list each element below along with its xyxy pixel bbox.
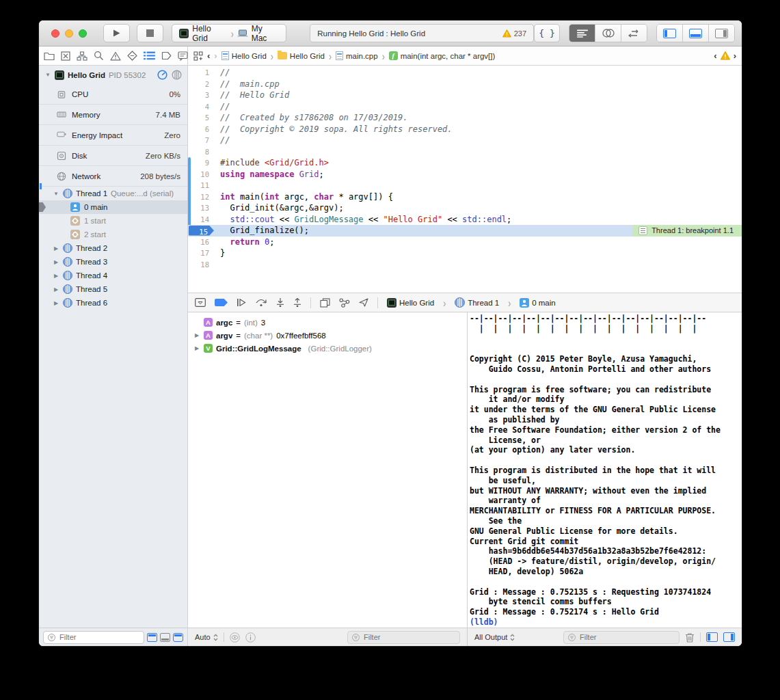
breadcrumb-symbol[interactable]: f main(int argc, char * argv[]): [389, 51, 496, 60]
toggle-variables-view-button[interactable]: [706, 632, 718, 642]
code-line[interactable]: 13 Grid_init(&argc,&argv);: [188, 202, 742, 214]
line-number-gutter[interactable]: 3: [188, 90, 215, 101]
related-items-icon[interactable]: [193, 51, 203, 61]
line-number-gutter[interactable]: 8: [188, 146, 215, 158]
line-number-gutter[interactable]: 17: [188, 247, 215, 259]
zoom-window-button[interactable]: [79, 29, 87, 38]
source-control-navigator-icon[interactable]: [61, 51, 70, 61]
previous-issue-button[interactable]: ‹: [714, 51, 716, 61]
line-number-gutter[interactable]: 4: [188, 101, 215, 113]
project-navigator-icon[interactable]: [44, 51, 55, 61]
code-line[interactable]: 5// Created by s1786208 on 17/03/2019.: [188, 112, 742, 124]
version-editor-button[interactable]: [621, 25, 647, 42]
gauge-row-network[interactable]: Network208 bytes/s: [39, 165, 187, 186]
current-execution-line[interactable]: 15 Grid_finalize();Thread 1: breakpoint …: [188, 225, 742, 237]
code-line[interactable]: 2// main.cpp: [188, 79, 742, 90]
code-line[interactable]: 8: [188, 146, 742, 158]
standard-editor-button[interactable]: [569, 25, 595, 42]
stack-frames-filter-icon[interactable]: [173, 633, 183, 642]
toggle-console-view-button[interactable]: [723, 632, 735, 642]
hide-debug-area-button[interactable]: [195, 298, 206, 307]
breakpoints-toggle-button[interactable]: [215, 299, 228, 306]
find-navigator-icon[interactable]: [94, 51, 104, 61]
variable-row[interactable]: ▶Aargv=(char **)0x7ffeefbff568: [188, 329, 467, 342]
continue-button[interactable]: [237, 298, 246, 307]
library-button[interactable]: { }: [534, 24, 560, 42]
test-navigator-icon[interactable]: [127, 51, 137, 61]
disclosure-triangle[interactable]: ▼: [53, 191, 59, 197]
disclosure-triangle[interactable]: ▼: [44, 72, 51, 78]
step-into-button[interactable]: [276, 298, 284, 307]
line-number-gutter[interactable]: 7: [188, 135, 215, 146]
memory-graph-icon[interactable]: [339, 298, 350, 308]
breakpoint-annotation[interactable]: Thread 1: breakpoint 1.1: [633, 225, 742, 237]
step-out-button[interactable]: [293, 298, 301, 307]
clear-console-button[interactable]: [685, 632, 695, 643]
disclosure-triangle[interactable]: ▶: [53, 259, 59, 265]
disclosure-triangle[interactable]: ▶: [193, 345, 200, 351]
code-line[interactable]: 4//: [188, 101, 742, 113]
code-line[interactable]: 9#include <Grid/Grid.h>: [188, 157, 742, 169]
code-line[interactable]: 7//: [188, 135, 742, 146]
thread-row[interactable]: ▼Thread 1 Queue:...d (serial): [39, 187, 187, 200]
line-number-gutter[interactable]: 18: [188, 259, 215, 271]
go-forward-button[interactable]: ›: [214, 51, 217, 61]
issue-warning-icon[interactable]: [721, 51, 730, 60]
filter-input[interactable]: [362, 632, 455, 642]
warning-counter[interactable]: 237: [502, 29, 526, 38]
code-line[interactable]: 14 std::cout << GridLogMessage << "Hello…: [188, 214, 742, 226]
filter-input[interactable]: [578, 632, 675, 642]
console-filter-field[interactable]: [563, 631, 680, 644]
line-number-gutter[interactable]: 6: [188, 124, 215, 135]
report-navigator-icon[interactable]: [178, 51, 188, 61]
gauge-row-memory[interactable]: Memory7.4 MB: [39, 104, 187, 124]
code-line[interactable]: 12int main(int argc, char * argv[]) {: [188, 191, 742, 203]
threads-view-icon[interactable]: [172, 70, 182, 80]
info-icon[interactable]: [245, 632, 256, 643]
breakpoint-arrow-badge[interactable]: 15: [189, 226, 214, 236]
line-number-gutter[interactable]: 12: [188, 191, 215, 203]
lldb-prompt[interactable]: (lldb): [470, 617, 502, 627]
navigator-filter-field[interactable]: [43, 631, 144, 644]
gauge-row-cpu[interactable]: CPU0%: [39, 84, 187, 104]
variables-filter-field[interactable]: [347, 631, 460, 644]
code-line[interactable]: 17}: [188, 247, 742, 259]
step-over-button[interactable]: [255, 298, 267, 307]
next-issue-button[interactable]: ›: [734, 51, 736, 61]
line-number-gutter[interactable]: 11: [188, 180, 215, 191]
running-blocks-filter-icon[interactable]: [160, 633, 170, 642]
stack-frame-row[interactable]: 0 main: [39, 200, 187, 214]
toggle-debug-area-button[interactable]: [682, 25, 708, 42]
breakpoint-navigator-icon[interactable]: [161, 51, 172, 60]
view-debugger-icon[interactable]: [320, 298, 330, 308]
thread-row[interactable]: ▶Thread 5: [39, 282, 187, 296]
debug-breadcrumb-process[interactable]: Hello Grid: [387, 298, 434, 308]
debug-navigator-icon[interactable]: [144, 51, 155, 60]
console-view[interactable]: --|--|--|--|--|--|--|--|--|--|--|--|--|-…: [467, 312, 742, 628]
thread-row[interactable]: ▶Thread 6: [39, 296, 187, 310]
code-line[interactable]: 3// Hello Grid: [188, 90, 742, 101]
gauge-icon[interactable]: [157, 70, 167, 80]
run-button[interactable]: [103, 24, 130, 42]
source-editor[interactable]: 1//2// main.cpp3// Hello Grid4//5// Crea…: [188, 66, 742, 293]
process-row[interactable]: ▼ Hello Grid PID 55302: [39, 66, 187, 84]
variable-row[interactable]: Aargc=(int)3: [188, 316, 467, 329]
disclosure-triangle[interactable]: ▶: [53, 245, 59, 252]
flagged-threads-filter-icon[interactable]: [147, 633, 157, 642]
scheme-selector[interactable]: Hello Grid › My Mac: [172, 24, 286, 42]
line-number-gutter[interactable]: 15: [188, 225, 215, 237]
thread-row[interactable]: ▶Thread 4: [39, 269, 187, 282]
stack-frame-row[interactable]: 1 start: [39, 214, 187, 228]
disclosure-triangle[interactable]: ▶: [53, 300, 59, 306]
simulate-location-icon[interactable]: [359, 298, 368, 307]
toggle-inspector-button[interactable]: [708, 25, 734, 42]
line-number-gutter[interactable]: 9: [188, 157, 215, 169]
variables-scope-selector[interactable]: Auto: [195, 633, 218, 641]
quicklook-eye-icon[interactable]: [230, 632, 240, 643]
breadcrumb-group[interactable]: Hello Grid: [278, 52, 325, 60]
close-window-button[interactable]: [51, 29, 59, 38]
line-number-gutter[interactable]: 1: [188, 67, 215, 79]
minimize-window-button[interactable]: [65, 29, 73, 38]
breadcrumb-project[interactable]: Hello Grid: [221, 51, 267, 60]
line-number-gutter[interactable]: 14: [188, 214, 215, 226]
